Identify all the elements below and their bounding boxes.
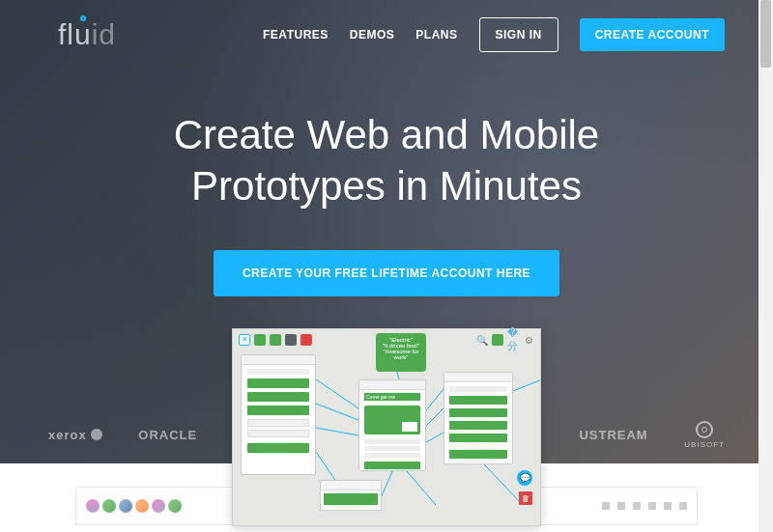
brand-logo[interactable]: fluid xyxy=(58,18,116,51)
stop-icon[interactable] xyxy=(301,334,312,346)
nav-link-plans[interactable]: PLANS xyxy=(415,28,457,42)
play-icon[interactable] xyxy=(254,334,266,346)
client-logo-ubisoft: UBISOFT xyxy=(684,421,725,449)
client-logo-oracle: ORACLE xyxy=(138,428,197,442)
add-icon[interactable] xyxy=(492,334,503,346)
toolbar-icon xyxy=(633,502,641,510)
brand-seg-u: u xyxy=(74,18,92,51)
svg-line-1 xyxy=(316,404,358,420)
avatar xyxy=(152,499,165,513)
brand-seg-id: id xyxy=(92,18,116,51)
mock-panel-left[interactable] xyxy=(241,354,316,475)
toolbar-icon xyxy=(602,502,610,510)
toolbar-icon xyxy=(664,502,672,510)
svg-line-4 xyxy=(426,408,444,426)
brand-seg-fl: fl xyxy=(58,18,74,51)
client-logo-xerox: xerox xyxy=(48,428,102,442)
main-cta-button[interactable]: CREATE YOUR FREE LIFETIME ACCOUNT HERE xyxy=(214,250,559,296)
gear-icon[interactable]: ⚙ xyxy=(523,334,534,346)
svg-line-9 xyxy=(484,464,523,505)
share-icon[interactable]: �分 xyxy=(507,334,519,346)
toolbar-icon xyxy=(648,502,656,510)
sign-in-button[interactable]: SIGN IN xyxy=(479,17,558,52)
nav-link-features[interactable]: FEATURES xyxy=(263,28,329,42)
avatar xyxy=(135,499,149,513)
client-logo-ustream: USTREAM xyxy=(579,428,647,442)
tool-icon[interactable] xyxy=(285,334,297,346)
hero-title-line1: Create Web and Mobile xyxy=(174,112,599,157)
avatar xyxy=(168,499,182,513)
hero-title-line2: Prototypes in Minutes xyxy=(191,163,582,209)
svg-line-0 xyxy=(316,379,358,408)
hero-title: Create Web and Mobile Prototypes in Minu… xyxy=(0,110,773,211)
scrollbar-thumb[interactable] xyxy=(760,0,771,68)
toolbar-icon xyxy=(617,502,625,510)
nav-right: FEATURES DEMOS PLANS SIGN IN CREATE ACCO… xyxy=(263,17,725,52)
avatar xyxy=(119,499,132,513)
tooltip-bubble: "Electric" "It drives fast!" "Awesome fo… xyxy=(376,333,426,372)
refresh-icon[interactable] xyxy=(270,334,281,346)
svg-line-2 xyxy=(316,428,358,435)
svg-line-3 xyxy=(426,389,444,410)
svg-line-11 xyxy=(397,372,399,379)
delete-icon[interactable]: 🗑 xyxy=(519,491,532,505)
create-account-button[interactable]: CREATE ACCOUNT xyxy=(580,18,725,51)
prototype-preview: ✕ 🔍 �分 ⚙ xyxy=(232,328,541,526)
mock-panel-mini[interactable] xyxy=(320,480,382,511)
close-icon[interactable]: ✕ xyxy=(239,334,250,346)
svg-line-7 xyxy=(407,471,436,505)
avatar xyxy=(86,499,100,513)
toolbar-icon xyxy=(679,502,687,510)
mock-panel-right[interactable] xyxy=(444,372,513,464)
top-nav: fluid FEATURES DEMOS PLANS SIGN IN CREAT… xyxy=(0,0,773,52)
mock-panel-center[interactable]: Come get me xyxy=(358,379,426,471)
page-scrollbar[interactable] xyxy=(759,0,773,532)
brand-dot-icon xyxy=(80,15,86,21)
hero-content: Create Web and Mobile Prototypes in Minu… xyxy=(0,52,773,296)
chat-fab-icon[interactable]: 💬 xyxy=(517,470,532,486)
ubisoft-swirl-icon xyxy=(696,421,713,438)
search-icon[interactable]: 🔍 xyxy=(476,334,488,346)
avatar xyxy=(102,499,116,513)
nav-link-demos[interactable]: DEMOS xyxy=(350,28,395,42)
circle-icon xyxy=(91,429,102,440)
svg-line-5 xyxy=(426,433,444,442)
